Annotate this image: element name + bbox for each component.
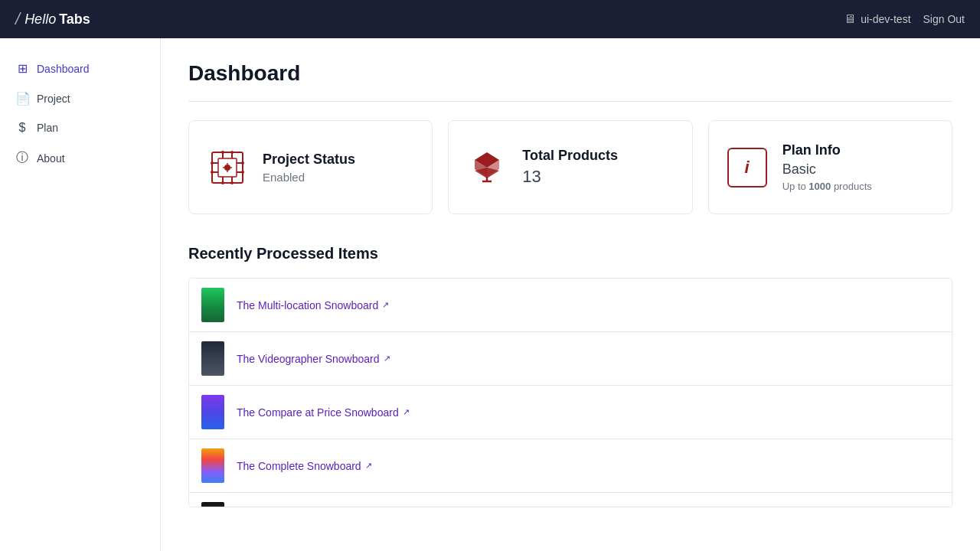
plan-icon: $ (15, 121, 29, 135)
external-link-icon-3: ↗ (403, 407, 410, 417)
sidebar-label-plan: Plan (37, 122, 58, 134)
plan-info-card: i Plan Info Basic Up to 1000 products (708, 120, 952, 214)
dashboard-icon: ⊞ (15, 61, 29, 76)
project-status-content: Project Status Enabled (263, 152, 355, 184)
layout: ⊞ Dashboard 📄 Project $ Plan ⓘ About Das… (0, 38, 980, 551)
external-link-icon-4: ↗ (365, 461, 372, 471)
external-link-icon-2: ↗ (384, 354, 390, 364)
divider (188, 101, 952, 102)
total-products-title: Total Products (522, 148, 618, 164)
logo-slash: / (15, 9, 20, 29)
header: / HelloTabs 🖥 ui-dev-test Sign Out (0, 0, 980, 38)
total-products-content: Total Products 13 (522, 148, 618, 187)
item-label-4: The Complete Snowboard (237, 460, 361, 472)
sidebar-item-project[interactable]: 📄 Project (0, 83, 160, 113)
username: ui-dev-test (861, 13, 910, 25)
recently-processed-title: Recently Processed Items (188, 245, 952, 262)
item-thumbnail-1 (201, 288, 224, 322)
sidebar-item-about[interactable]: ⓘ About (0, 142, 160, 174)
item-thumbnail-2 (201, 341, 224, 376)
sidebar-label-dashboard: Dashboard (37, 63, 90, 75)
item-label-2: The Videographer Snowboard (237, 353, 380, 365)
svg-point-21 (221, 181, 224, 184)
header-right: 🖥 ui-dev-test Sign Out (844, 12, 965, 26)
stats-cards: Project Status Enabled (188, 120, 952, 214)
item-label-3: The Compare at Price Snowboard (237, 406, 399, 419)
items-list[interactable]: The Multi-location Snowboard ↗ The Video… (188, 278, 952, 507)
plan-info-sub: Up to 1000 products (782, 181, 872, 192)
sidebar-label-about: About (37, 152, 65, 165)
list-item: The Complete Snowboard ↗ (189, 439, 952, 493)
header-user: 🖥 ui-dev-test (844, 12, 910, 26)
logo-hello: Hello (24, 11, 56, 28)
plan-info-title: Plan Info (782, 142, 872, 158)
item-link-2[interactable]: The Videographer Snowboard ↗ (237, 353, 390, 365)
item-link-1[interactable]: The Multi-location Snowboard ↗ (237, 299, 389, 311)
item-thumbnail-4 (201, 448, 224, 483)
item-thumbnail-3 (201, 395, 224, 429)
logo-tabs: Tabs (59, 11, 90, 28)
dropbox-icon (467, 146, 507, 189)
svg-point-10 (224, 165, 230, 171)
list-item: The Videographer Snowboard ↗ (189, 332, 952, 386)
total-products-value: 13 (522, 167, 618, 187)
project-icon: 📄 (15, 91, 29, 106)
svg-point-22 (230, 181, 234, 184)
list-item: The Out of Stock Snowboard ↗ (189, 493, 952, 507)
sign-out-button[interactable]: Sign Out (923, 13, 965, 25)
list-item: The Multi-location Snowboard ↗ (189, 279, 952, 332)
project-status-value: Enabled (263, 171, 355, 184)
plan-info-content: Plan Info Basic Up to 1000 products (782, 142, 872, 192)
svg-point-15 (211, 161, 214, 165)
circuit-icon (207, 148, 247, 187)
sidebar-label-project: Project (37, 93, 70, 105)
total-products-card: Total Products 13 (448, 120, 692, 214)
sidebar-item-dashboard[interactable]: ⊞ Dashboard (0, 54, 160, 83)
svg-point-19 (221, 151, 224, 154)
project-status-card: Project Status Enabled (188, 120, 433, 214)
user-icon: 🖥 (844, 12, 856, 26)
svg-point-20 (230, 151, 234, 154)
plan-info-value: Basic (782, 161, 872, 178)
svg-point-16 (211, 171, 214, 174)
item-thumbnail-5 (201, 502, 224, 507)
main-content: Dashboard (161, 38, 980, 551)
item-link-4[interactable]: The Complete Snowboard ↗ (237, 460, 372, 472)
info-icon: i (727, 148, 767, 187)
logo: / HelloTabs (15, 9, 90, 29)
svg-point-18 (241, 171, 244, 174)
svg-point-17 (241, 161, 244, 165)
item-label-1: The Multi-location Snowboard (237, 299, 378, 311)
project-status-title: Project Status (263, 152, 355, 168)
list-item: The Compare at Price Snowboard ↗ (189, 386, 952, 439)
item-link-3[interactable]: The Compare at Price Snowboard ↗ (237, 406, 410, 419)
about-icon: ⓘ (15, 150, 29, 166)
page-title: Dashboard (188, 61, 952, 86)
sidebar-item-plan[interactable]: $ Plan (0, 113, 160, 142)
sidebar: ⊞ Dashboard 📄 Project $ Plan ⓘ About (0, 38, 161, 551)
external-link-icon-1: ↗ (382, 300, 389, 310)
